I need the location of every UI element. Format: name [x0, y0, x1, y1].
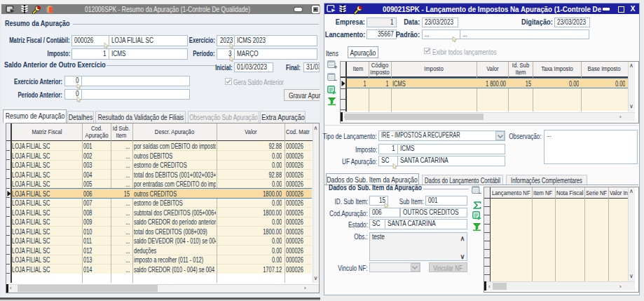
svg-text:−: − — [334, 76, 336, 82]
svg-text:−: − — [479, 189, 481, 195]
svg-text:+: + — [334, 64, 336, 69]
